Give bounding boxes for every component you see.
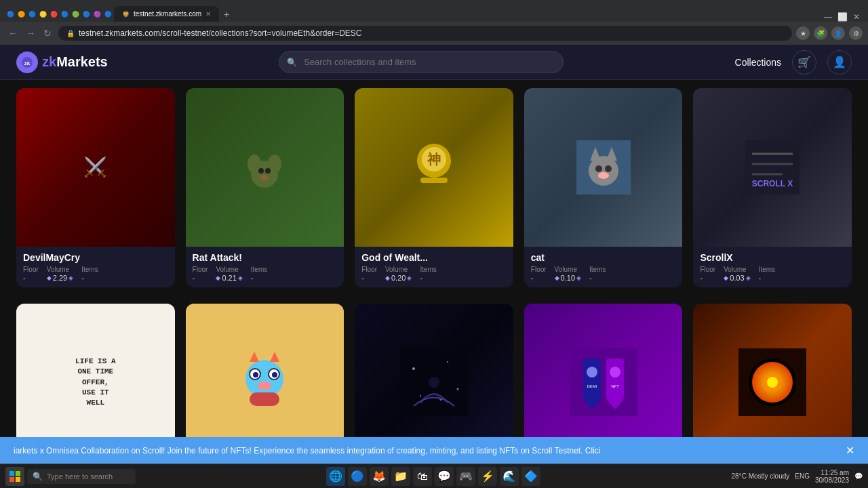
taskbar-icon-mail[interactable]: 💬 bbox=[435, 467, 454, 486]
volume-stat: Volume ◆0.03◈ bbox=[724, 266, 750, 282]
settings-icon[interactable]: ⚙ bbox=[849, 26, 863, 40]
browser-active-tab[interactable]: 🦁 testnet.zkmarkets.com ✕ bbox=[114, 6, 219, 22]
items-value: - bbox=[81, 274, 98, 282]
svg-text:DEMI: DEMI bbox=[587, 384, 597, 388]
minimize-button[interactable]: — bbox=[824, 12, 832, 22]
svg-rect-81 bbox=[9, 471, 14, 476]
items-stat: Items - bbox=[420, 266, 436, 282]
profile-icon[interactable]: 👤 bbox=[831, 26, 845, 40]
nft-name: DevilMayCry bbox=[23, 252, 168, 263]
svg-text:SCROLL X: SCROLL X bbox=[752, 179, 793, 188]
nft-image bbox=[693, 304, 852, 439]
start-button[interactable] bbox=[5, 467, 24, 486]
nft-image bbox=[186, 304, 344, 439]
floor-stat: Floor - bbox=[23, 266, 39, 282]
eth-icon-2: ◈ bbox=[746, 274, 751, 281]
taskbar-icon-app2[interactable]: ⚡ bbox=[478, 467, 497, 486]
nft-card-cat[interactable]: cat Floor - Volume ◆0.10◈ Items - bbox=[524, 88, 683, 287]
volume-value: ◆2.29◈ bbox=[47, 274, 73, 282]
nft-name: Rat Attack! bbox=[193, 252, 338, 263]
maximize-button[interactable]: ⬜ bbox=[837, 12, 848, 22]
floor-label: Floor bbox=[23, 266, 39, 273]
nft-info: Rat Attack! Floor - Volume ◆0.21◈ Items … bbox=[186, 247, 344, 287]
svg-rect-84 bbox=[16, 477, 20, 482]
nft-stats: Floor - Volume ◆0.03◈ Items - bbox=[700, 266, 845, 282]
nft-image: LIFE IS AONE TIMEOFFER,USE ITWELL bbox=[16, 304, 175, 439]
new-tab-button[interactable]: + bbox=[220, 9, 233, 20]
items-label: Items bbox=[589, 266, 606, 273]
user-profile-button[interactable]: 👤 bbox=[827, 50, 852, 75]
nft-name: ScrollX bbox=[700, 252, 845, 263]
taskbar-search[interactable]: 🔍 Type here to search bbox=[27, 469, 136, 484]
eth-icon-2: ◈ bbox=[68, 274, 73, 281]
refresh-button[interactable]: ↻ bbox=[41, 26, 54, 40]
svg-point-30 bbox=[258, 382, 271, 390]
search-input[interactable] bbox=[279, 51, 564, 73]
taskbar-icon-app1[interactable]: 🎮 bbox=[456, 467, 475, 486]
logo[interactable]: zk zkMarkets bbox=[16, 52, 108, 73]
browser-tab-bar: 🔵 🟠 🔵 🟡 🔴 🔵 🟢 🔵 🟣 🔵 🦁 testnet.zkmarkets.… bbox=[0, 0, 868, 22]
svg-rect-45 bbox=[606, 359, 624, 399]
nft-image bbox=[355, 304, 513, 439]
nft-card-dream[interactable]: DREAM Floor - Volume ◆0.01◈ Items - bbox=[355, 304, 513, 439]
taskbar-right: 28°C Mostly cloudy ENG 11:25 am 30/08/20… bbox=[732, 469, 863, 484]
svg-rect-11 bbox=[420, 178, 448, 183]
back-button[interactable]: ← bbox=[5, 26, 20, 40]
nft-card-ratattack[interactable]: Rat Attack! Floor - Volume ◆0.21◈ Items … bbox=[186, 88, 344, 287]
eth-icon-2: ◈ bbox=[238, 274, 243, 281]
main-content: ⚔️ DevilMayCry Floor - Volume ◆2.29◈ Ite… bbox=[0, 80, 868, 439]
nft-card-demi[interactable]: DEMI NFT Demi Floor - Volume ◆0.01◈ bbox=[524, 304, 683, 439]
svg-rect-33 bbox=[250, 392, 279, 406]
logo-text: zkMarkets bbox=[42, 54, 108, 70]
extension-icon[interactable]: 🧩 bbox=[814, 26, 827, 40]
floor-label: Floor bbox=[700, 266, 715, 273]
svg-point-54 bbox=[767, 377, 778, 388]
collections-nav-link[interactable]: Collections bbox=[735, 57, 781, 68]
bookmark-icon[interactable]: ★ bbox=[796, 26, 810, 40]
volume-label: Volume bbox=[47, 266, 73, 273]
taskbar-icon-store[interactable]: 🛍 bbox=[413, 467, 432, 486]
nft-info: cat Floor - Volume ◆0.10◈ Items - bbox=[524, 247, 683, 287]
taskbar-icon-folder[interactable]: 📁 bbox=[391, 467, 410, 486]
taskbar-time-text: 11:25 am bbox=[821, 469, 849, 476]
taskbar-weather: 28°C Mostly cloudy bbox=[732, 472, 790, 480]
close-button[interactable]: ✕ bbox=[853, 12, 860, 22]
floor-stat: Floor - bbox=[531, 266, 547, 282]
address-bar[interactable]: 🔒 testnet.zkmarkets.com/scroll-testnet/c… bbox=[58, 26, 792, 41]
nft-card-godofwealth[interactable]: 神 God of Wealt... Floor - Volume ◆0.20◈ bbox=[355, 88, 513, 287]
banner-close-button[interactable]: ✕ bbox=[846, 444, 854, 457]
svg-rect-83 bbox=[9, 477, 14, 482]
nft-stats: Floor - Volume ◆0.10◈ Items - bbox=[531, 266, 676, 282]
nft-card-skrrr[interactable]: skrrr Floor - Volume ◆0.01◈ Items - bbox=[693, 304, 852, 439]
taskbar-search-icon: 🔍 bbox=[33, 472, 43, 481]
address-bar-row: ← → ↻ 🔒 testnet.zkmarkets.com/scroll-tes… bbox=[0, 22, 868, 45]
nft-card-devilmaycry[interactable]: ⚔️ DevilMayCry Floor - Volume ◆2.29◈ Ite… bbox=[16, 88, 175, 287]
forward-button[interactable]: → bbox=[23, 26, 38, 40]
svg-point-16 bbox=[595, 165, 602, 172]
taskbar-icon-firefox[interactable]: 🦊 bbox=[370, 467, 389, 486]
taskbar-icon-app4[interactable]: 🔷 bbox=[521, 467, 540, 486]
taskbar-icon-edge[interactable]: 🌐 bbox=[326, 467, 345, 486]
taskbar-notifications[interactable]: 💬 bbox=[854, 472, 863, 480]
items-label: Items bbox=[420, 266, 436, 273]
nft-row-1: ⚔️ DevilMayCry Floor - Volume ◆2.29◈ Ite… bbox=[16, 80, 852, 296]
svg-point-18 bbox=[598, 172, 609, 179]
nft-card-scrollx[interactable]: SCROLL X ScrollX Floor - Volume ◆0.03◈ I… bbox=[693, 88, 852, 287]
nft-card-life[interactable]: LIFE IS AONE TIMEOFFER,USE ITWELL life F… bbox=[16, 304, 175, 439]
floor-value: - bbox=[531, 274, 547, 282]
floor-stat: Floor - bbox=[700, 266, 715, 282]
volume-value: ◆0.10◈ bbox=[555, 274, 581, 282]
nft-name: cat bbox=[531, 252, 676, 263]
cart-button[interactable]: 🛒 bbox=[792, 50, 816, 75]
taskbar-icon-chrome[interactable]: 🔵 bbox=[348, 467, 367, 486]
taskbar-icon-app3[interactable]: 🌊 bbox=[500, 467, 519, 486]
tab-close-icon[interactable]: ✕ bbox=[205, 10, 211, 18]
eth-icon: ◆ bbox=[47, 274, 52, 281]
volume-stat: Volume ◆0.20◈ bbox=[385, 266, 412, 282]
nft-image: DEMI NFT bbox=[524, 304, 683, 439]
nft-card-maxdawgs[interactable]: maxdawgs Floor - Volume ◆0.01◈ Items - bbox=[186, 304, 344, 439]
nft-image bbox=[186, 88, 344, 247]
nft-name: God of Wealt... bbox=[361, 252, 507, 263]
floor-value: - bbox=[700, 274, 715, 282]
volume-label: Volume bbox=[555, 266, 581, 273]
